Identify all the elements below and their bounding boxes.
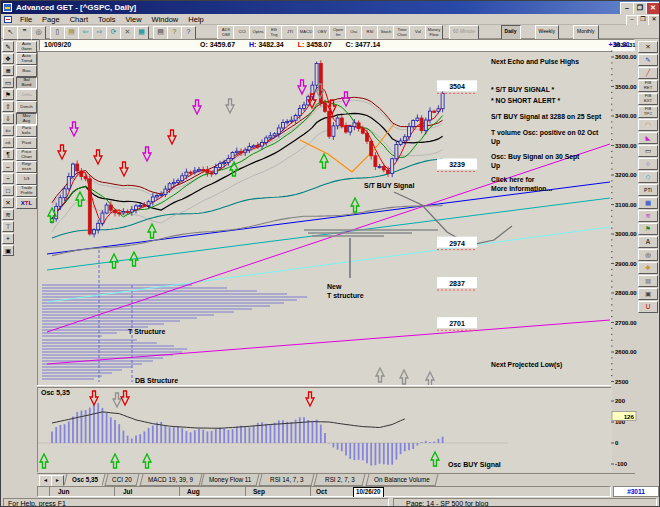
new-chart-icon[interactable]: ▯ (50, 26, 65, 40)
svg-text:T structure: T structure (327, 292, 364, 299)
auto-gann-button[interactable]: AutoGann (16, 41, 37, 53)
one-third-button[interactable]: 1/3 (16, 173, 37, 185)
arrow-right-tool-icon[interactable]: ⇨ (2, 137, 14, 148)
moving-average-button[interactable]: MovAvg (16, 113, 37, 125)
list-tool-icon[interactable]: ≣ (2, 65, 14, 76)
tab-on-balance-volume[interactable]: On Balance Volume (365, 474, 438, 486)
open-icon[interactable]: ▤ (64, 26, 79, 40)
svg-text:DB Structure: DB Structure (135, 377, 178, 384)
gann-fan-tool-icon[interactable]: ◣ (638, 132, 658, 144)
menu-help[interactable]: Help (183, 14, 208, 25)
bias-button[interactable]: Bias (16, 65, 37, 77)
trendline-tool-icon[interactable]: ╱ (638, 67, 658, 79)
arc-tool-icon[interactable]: ◠ (638, 119, 658, 131)
menu-window[interactable]: Window (147, 14, 184, 25)
menu-file[interactable]: File (15, 14, 37, 25)
timeframe-daily[interactable]: Daily (501, 25, 521, 40)
regression-button[interactable]: Regressn (16, 161, 37, 173)
pivot-button[interactable]: Pivot (16, 137, 37, 149)
pti-button[interactable]: PTI (638, 184, 658, 196)
money-flow-button[interactable]: MoneyFlow (425, 25, 443, 40)
divide-tool-icon[interactable]: ÷ (2, 173, 14, 184)
ruler-tool-icon[interactable]: ▭ (2, 77, 14, 88)
delete-icon[interactable]: ✕ (120, 26, 135, 40)
window-tool-icon[interactable]: ▣ (2, 245, 14, 256)
grid-tool-icon[interactable]: ▦ (638, 197, 658, 209)
forward-icon[interactable]: ⇨ (92, 26, 107, 40)
text-tool-icon[interactable]: A (638, 236, 658, 248)
erase-lines-tool-icon[interactable]: ✕ (2, 197, 14, 208)
ellipse-tool-icon[interactable]: ○ (638, 158, 658, 170)
fib-retracement-button[interactable]: FIBRET (638, 80, 658, 92)
print-icon[interactable]: ▤ (153, 26, 168, 40)
tab-money-flow-11[interactable]: Money Flow 11 (201, 474, 260, 486)
svg-text:0: 0 (615, 440, 619, 446)
rectangle-tool-icon[interactable]: ▭ (638, 145, 658, 157)
fib-time-button[interactable]: FIBTPC (638, 106, 658, 118)
chart-window-icon[interactable] (4, 16, 12, 23)
pointer-icon[interactable]: ↖ (3, 26, 18, 40)
price-chart-button[interactable]: PriceChart (16, 149, 37, 161)
tab-osc-5-35[interactable]: Osc 5,35 (64, 474, 106, 486)
timeframe-60-minute[interactable]: 60 Minute (449, 25, 479, 40)
flag-tool-icon[interactable]: ⚑ (638, 223, 658, 235)
pencil-tool-icon[interactable]: ✎ (2, 41, 14, 52)
rectangle-tool-icon[interactable]: □ (2, 185, 14, 196)
gann-lines-tool-icon[interactable]: ≋ (2, 209, 14, 220)
menu-tools[interactable]: Tools (93, 14, 121, 25)
menu-page[interactable]: Page (37, 14, 65, 25)
multi-line-tool-icon[interactable]: ≋ (638, 210, 658, 222)
tab-macd-19-39-9[interactable]: MACD 19, 39, 9 (139, 474, 202, 486)
arrow-down-tool-icon[interactable]: ⇩ (2, 113, 14, 124)
auto-trend-button[interactable]: AutoTrend (16, 53, 37, 65)
delta-button[interactable]: Delta (16, 89, 37, 101)
trade-tool-icon[interactable]: ⊤ (2, 221, 14, 232)
sell-arrow (120, 162, 128, 176)
timeframe-weekly[interactable]: Weekly (535, 25, 559, 40)
bollinger-band-button[interactable]: BolBand (16, 77, 37, 89)
timeframe-monthly[interactable]: Monthly (573, 25, 599, 40)
expand-tool-icon[interactable]: ⇔ (2, 161, 14, 172)
elliott-tool-icon[interactable]: ❖ (2, 53, 14, 64)
parabolic-button[interactable]: Parabolic (16, 125, 37, 137)
zoom-tool-icon[interactable]: ◎ (638, 249, 658, 261)
grid-icon[interactable]: ▦ (134, 26, 149, 40)
refresh-icon[interactable]: ⟳ (106, 26, 121, 40)
menu-view[interactable]: View (120, 14, 146, 25)
quote-icon[interactable]: ❞ (17, 26, 32, 40)
help-icon[interactable]: ? (167, 26, 182, 40)
svg-text:New: New (327, 283, 342, 290)
buy-arrow (76, 192, 84, 206)
price-chart[interactable]: S/T BUY SignalNewT structureT StructureD… (37, 51, 612, 386)
donchian-button[interactable]: Donch (16, 101, 37, 113)
copy-tool-icon[interactable]: ▣ (638, 288, 658, 300)
menu-chart[interactable]: Chart (65, 14, 93, 25)
pencil-tool-icon[interactable]: ✎ (638, 54, 658, 66)
bubbles-tool-icon[interactable]: ❖ (638, 262, 658, 274)
arrow-left-tool-icon[interactable]: ⇦ (2, 125, 14, 136)
buy-arrow (148, 224, 156, 238)
trade-profile-button[interactable]: TradeProfile (16, 185, 37, 197)
arrow-up-tool-icon[interactable]: ⇧ (2, 101, 14, 112)
cross-tool-icon[interactable]: + (2, 233, 14, 244)
flag-tool-icon[interactable]: ⚑ (2, 89, 14, 100)
context-help-icon[interactable]: ? (181, 26, 196, 40)
fib-extension-button[interactable]: FIBEXT (638, 93, 658, 105)
ratio-tool-icon[interactable]: ¶ (2, 149, 14, 160)
sell-arrow (70, 122, 78, 136)
tab-rsi-2-7-3[interactable]: RSI 2, 7, 3 (314, 474, 366, 486)
tab-rsi-14-7-3[interactable]: RSI 14, 7, 3 (259, 474, 315, 486)
status-page-text: Page: 14 - SP 500 for blog (394, 500, 488, 507)
oscillator-panel[interactable]: Osc BUY Signal Osc 5,35 (37, 388, 612, 472)
svg-text:T Structure: T Structure (128, 328, 165, 335)
buy-arrow (143, 454, 151, 468)
rhombus-tool-icon[interactable]: ◇ (638, 171, 658, 183)
zoom-icon[interactable]: ◎ (31, 26, 46, 40)
xtl-button[interactable]: XTL (16, 197, 37, 209)
back-icon[interactable]: ⇦ (78, 26, 93, 40)
tab-cci-20[interactable]: CCI 20 (105, 474, 140, 486)
close-tool-icon[interactable]: ✕ (638, 41, 658, 53)
pattern-tool-icon[interactable]: ▩ (638, 275, 658, 287)
sell-arrow (143, 147, 151, 161)
undo-button[interactable]: U (638, 301, 658, 313)
